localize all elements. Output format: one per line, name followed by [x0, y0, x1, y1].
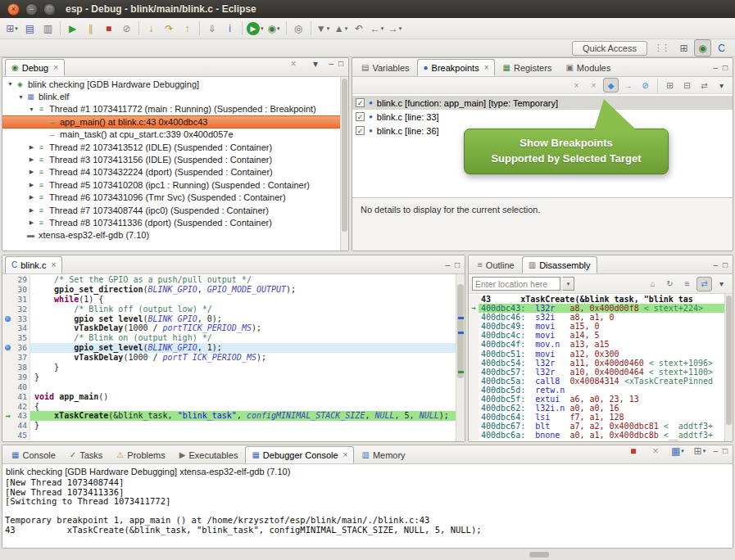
- minimize-view-button[interactable]: –: [713, 261, 718, 269]
- disassembly-scrollbar[interactable]: [724, 294, 733, 441]
- disassembly-row[interactable]: 400dbc5f: extui a6, a0, 23, 13: [469, 395, 724, 404]
- tab-blink-c[interactable]: Cblink.c×: [5, 256, 62, 273]
- disconnect-icon[interactable]: ⊘: [118, 20, 135, 37]
- tab-problems[interactable]: ⚠Problems: [110, 446, 171, 463]
- tab-debug[interactable]: ◉Debug×: [5, 59, 65, 76]
- code-line[interactable]: 34 vTaskDelay(1000 / portTICK_PERIOD_MS)…: [2, 323, 456, 333]
- code-line[interactable]: 40: [2, 382, 456, 392]
- step-into-icon[interactable]: ↓: [143, 20, 160, 37]
- code-line[interactable]: 37 vTaskDelay(1000 / portT ICK_PERIOD_MS…: [2, 353, 456, 363]
- breakpoint-dot-icon[interactable]: [5, 345, 11, 350]
- expander-icon[interactable]: ▼: [6, 81, 15, 87]
- minimize-view-button[interactable]: –: [713, 447, 718, 455]
- tab-variables[interactable]: ▤Variables: [355, 59, 416, 76]
- step-return-icon[interactable]: ↑: [179, 20, 196, 37]
- disassembly-scrollbar-thumb[interactable]: [726, 296, 732, 425]
- code-line[interactable]: 32 /* Blink off (output low) */: [2, 305, 456, 314]
- collapse-all-icon[interactable]: ⊟: [679, 78, 695, 93]
- display-selected-console-icon[interactable]: ▦▾: [669, 445, 686, 459]
- console-body[interactable]: blink checking [GDB Hardware Debugging] …: [2, 464, 733, 548]
- maximize-view-button[interactable]: □: [338, 60, 343, 68]
- tree-row[interactable]: ▼▦blink.elf: [2, 90, 340, 102]
- cpp-perspective-icon[interactable]: C: [713, 39, 730, 56]
- debug-view-menu-icon[interactable]: ▾: [306, 57, 324, 72]
- disassembly-row[interactable]: 400dbc64: lsi f7, a1, 128: [469, 413, 724, 422]
- disassembly-row[interactable]: 400dbc54: l32r a11, 0x400d0460 <_stext+1…: [469, 359, 724, 368]
- search-icon[interactable]: ◎: [290, 20, 307, 37]
- suspend-icon[interactable]: ∥: [82, 20, 99, 37]
- disassembly-row[interactable]: 400dbc5a: call8 0x40084314 <xTaskCreateP…: [469, 377, 724, 386]
- show-breakpoints-supported-icon[interactable]: ◆: [603, 78, 619, 93]
- location-input[interactable]: Enter location here: [472, 277, 560, 291]
- minimize-view-button[interactable]: –: [445, 261, 450, 269]
- expand-all-icon[interactable]: ⊞: [662, 78, 678, 93]
- disassembly-row[interactable]: 43 xTaskCreate(&blink_task, "blink_tas: [469, 295, 724, 304]
- disassembly-row[interactable]: 400dbc57: l32r a10, 0x400d0464 <_stext+1…: [469, 368, 724, 377]
- expander-icon[interactable]: ▼: [27, 106, 36, 112]
- code-line[interactable]: 41void app_main(): [2, 392, 456, 402]
- breakpoint-dot-icon[interactable]: [5, 316, 11, 322]
- expander-icon[interactable]: ▶: [27, 182, 36, 188]
- show-source-icon[interactable]: ≡: [679, 277, 695, 291]
- tab-disassembly[interactable]: ▥Disassembly: [522, 256, 597, 273]
- last-edit-location-icon[interactable]: ↶: [351, 20, 368, 37]
- tree-row[interactable]: ▶≡Thread #2 1073413512 (IDLE) (Suspended…: [2, 141, 340, 153]
- annotation-mark[interactable]: [458, 332, 464, 334]
- next-annotation-icon[interactable]: ▼▾: [315, 20, 332, 37]
- debug-perspective-icon[interactable]: ◉: [694, 39, 711, 56]
- close-tab-icon[interactable]: ×: [484, 63, 489, 72]
- instruction-stepping-icon[interactable]: i: [221, 20, 238, 37]
- link-with-debug-view-icon[interactable]: ⇄: [696, 78, 712, 93]
- code-line[interactable]: 30 gpio_set_direction(BLINK_GPIO, GPIO_M…: [2, 285, 456, 295]
- disassembly-row[interactable]: 400dbc6a: bnone a0, a1, 0x400dbc8b <__ad…: [469, 431, 724, 440]
- disassembly-row[interactable]: 400dbc67: blt a7, a2, 0x400dbc81 <__addt…: [469, 422, 724, 431]
- debug-scrollbar[interactable]: [340, 77, 348, 251]
- open-perspective-icon[interactable]: ⊞: [675, 39, 692, 56]
- tab-registers[interactable]: ▦Registers: [496, 59, 558, 76]
- tree-row[interactable]: ▶≡Thread #7 1073408744 (ipc0) (Suspended…: [2, 204, 340, 216]
- disassembly-view-menu-icon[interactable]: ▾: [714, 277, 729, 291]
- disassembly-row[interactable]: 400dbc51: movi a12, 0x300: [469, 350, 724, 359]
- refresh-icon[interactable]: ↻: [662, 277, 678, 291]
- code-area[interactable]: 29 /* Set the GPIO as a push/pull output…: [2, 274, 456, 441]
- maximize-window-button[interactable]: □: [43, 3, 56, 16]
- code-line[interactable]: 42{: [2, 402, 456, 412]
- tab-outline[interactable]: ≡Outline: [471, 256, 521, 273]
- expander-icon[interactable]: ▶: [27, 144, 36, 151]
- tree-row[interactable]: ▶≡Thread #5 1073410208 (ipc1 : Running) …: [2, 178, 340, 191]
- location-dropdown-icon[interactable]: ▾: [563, 277, 574, 291]
- remove-selected-breakpoints-icon[interactable]: ×: [569, 78, 584, 93]
- expander-icon[interactable]: ▶: [27, 169, 36, 175]
- terminate-icon[interactable]: ■: [100, 20, 117, 37]
- expander-icon[interactable]: ▶: [27, 219, 36, 226]
- minimize-window-button[interactable]: −: [25, 3, 38, 16]
- go-to-file-for-breakpoint-icon[interactable]: →: [620, 78, 636, 93]
- annotation-mark[interactable]: [458, 317, 464, 319]
- expander-icon[interactable]: ▼: [16, 94, 25, 100]
- tree-row[interactable]: ▬xtensa-esp32-elf-gdb (7.10): [2, 229, 340, 242]
- breakpoint-checkbox[interactable]: ✓: [356, 126, 365, 135]
- code-line[interactable]: →43 xTaskCreate(&blink_task, "blink_task…: [2, 411, 456, 421]
- disassembly-row[interactable]: 400dbc46: s32i a8, a1, 0: [469, 313, 724, 322]
- tree-row[interactable]: ▼≡Thread #1 1073411772 (main : Running) …: [2, 103, 340, 115]
- annotation-mark[interactable]: [458, 371, 464, 373]
- close-window-button[interactable]: ×: [7, 3, 20, 16]
- disassembly-row[interactable]: 400dbc4f: mov.n a13, a15: [469, 340, 724, 349]
- new-icon[interactable]: ⊞▾: [3, 20, 20, 37]
- resume-icon[interactable]: ▶: [64, 20, 81, 37]
- editor-scrollbar[interactable]: [456, 274, 465, 441]
- code-line[interactable]: 44}: [2, 421, 456, 431]
- save-icon[interactable]: ▤: [21, 20, 39, 37]
- back-icon[interactable]: ←▾: [369, 20, 386, 37]
- print-icon[interactable]: ▥: [39, 20, 57, 37]
- remove-all-breakpoints-icon[interactable]: ×: [586, 78, 601, 93]
- remove-all-terminated-icon[interactable]: ×: [284, 57, 302, 72]
- maximize-view-button[interactable]: □: [723, 261, 728, 269]
- tab-console[interactable]: ▦Console: [5, 446, 62, 463]
- open-console-icon[interactable]: ⊞▾: [691, 445, 708, 459]
- tree-row[interactable]: →app_main() at blink.c:43 0x400dbc43: [2, 115, 340, 128]
- tree-row[interactable]: ▶≡Thread #3 1073413156 (IDLE) (Suspended…: [2, 153, 340, 165]
- close-tab-icon[interactable]: ×: [53, 63, 58, 72]
- code-line[interactable]: 38 }: [2, 363, 456, 373]
- disassembly-listing[interactable]: 43 xTaskCreate(&blink_task, "blink_tas→4…: [469, 294, 724, 441]
